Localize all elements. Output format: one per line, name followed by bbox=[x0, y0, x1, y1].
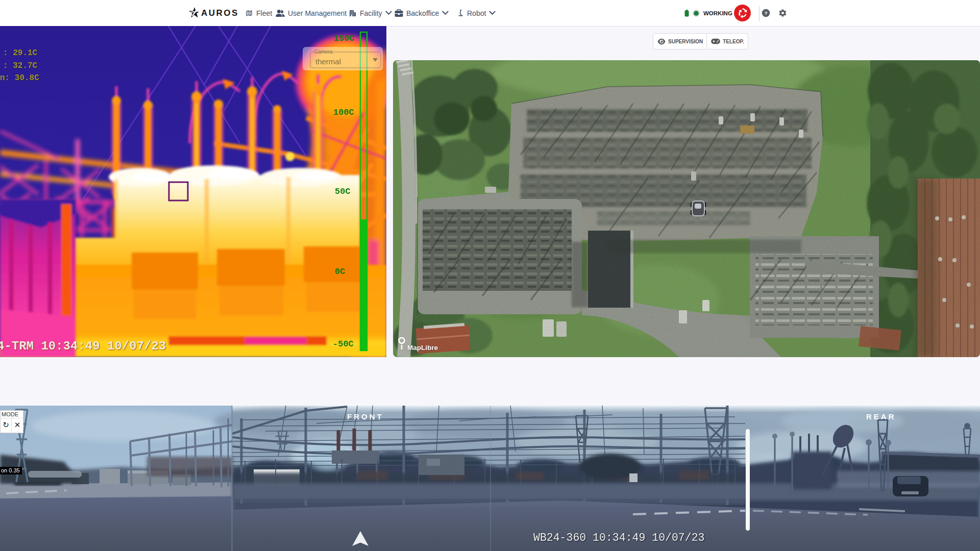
svg-text:150C: 150C bbox=[334, 34, 355, 43]
svg-text:n: 30.8C: n: 30.8C bbox=[0, 73, 39, 83]
svg-text:: 32.7C: : 32.7C bbox=[3, 61, 38, 70]
svg-text:thermal: thermal bbox=[315, 57, 341, 66]
svg-text:: 29.1C: : 29.1C bbox=[3, 48, 38, 58]
svg-text:4-TRM 10:34:49 10/07/23: 4-TRM 10:34:49 10/07/23 bbox=[0, 339, 166, 353]
svg-text:?: ? bbox=[764, 10, 767, 16]
svg-text:-50C: -50C bbox=[333, 339, 354, 349]
svg-text:50C: 50C bbox=[335, 187, 351, 196]
svg-text:MapLibre: MapLibre bbox=[407, 344, 438, 352]
svg-text:Camera: Camera bbox=[314, 49, 333, 55]
svg-text:0C: 0C bbox=[335, 267, 345, 277]
svg-text:100C: 100C bbox=[333, 108, 354, 117]
